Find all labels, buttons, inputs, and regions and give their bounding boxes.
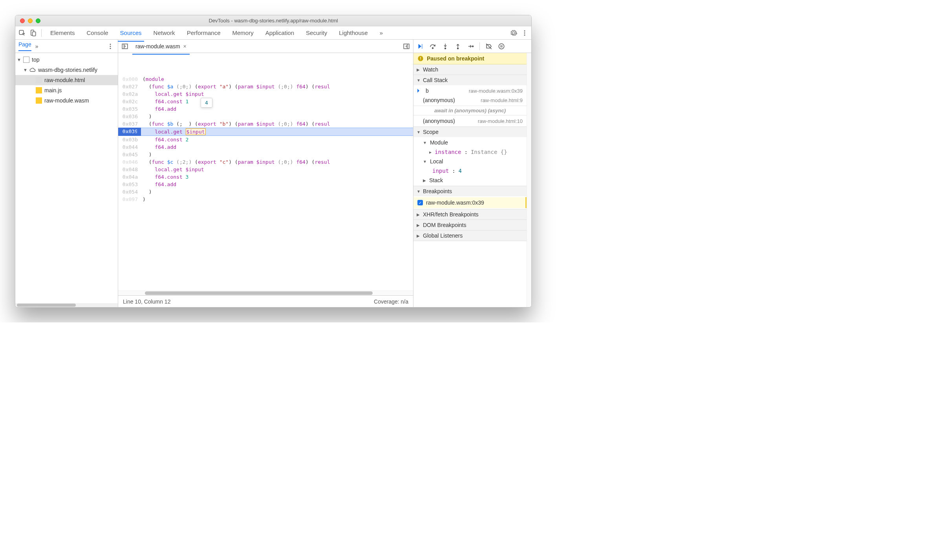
toggle-debugger-icon[interactable] bbox=[402, 42, 411, 51]
resume-icon[interactable] bbox=[416, 42, 424, 51]
tab-lighthouse[interactable]: Lighthouse bbox=[334, 27, 372, 38]
code-line[interactable]: 0x02c f64.const 1 bbox=[118, 98, 413, 105]
tree-file[interactable]: raw-module.html bbox=[15, 75, 118, 85]
navigator-pane: Page » ▼ top ▼ wasm-dbg-stories.netlify … bbox=[15, 40, 118, 307]
code-line[interactable]: 0x036 ) bbox=[118, 113, 413, 120]
pause-banner: Paused on breakpoint bbox=[413, 53, 527, 64]
tree-file[interactable]: main.js bbox=[15, 85, 118, 95]
code-line[interactable]: 0x02a local.get $input bbox=[118, 90, 413, 98]
svg-rect-11 bbox=[422, 44, 423, 49]
tab-application[interactable]: Application bbox=[261, 27, 299, 38]
code-line[interactable]: 0x027 (func $a (;0;) (export "a") (param… bbox=[118, 83, 413, 90]
dom-breakpoints-section[interactable]: ▶DOM Breakpoints bbox=[413, 220, 527, 231]
svg-point-7 bbox=[110, 46, 111, 47]
navigator-header: Page » bbox=[15, 40, 118, 53]
scope-module-prop[interactable]: ▶instance: Instance {} bbox=[413, 147, 527, 157]
code-line[interactable]: 0x044 f64.add bbox=[118, 143, 413, 151]
debugger-sections: Paused on breakpoint ▶Watch ▼Call Stack … bbox=[413, 53, 527, 307]
tab-console[interactable]: Console bbox=[82, 27, 113, 38]
close-window-button[interactable] bbox=[20, 18, 25, 23]
code-line[interactable]: 0x046 (func $c (;2;) (export "c") (param… bbox=[118, 158, 413, 166]
step-into-icon[interactable] bbox=[441, 42, 450, 51]
debugger-pane: Paused on breakpoint ▶Watch ▼Call Stack … bbox=[413, 40, 531, 307]
code-line[interactable]: 0x053 f64.add bbox=[118, 181, 413, 188]
step-over-icon[interactable] bbox=[428, 42, 437, 51]
tab-memory[interactable]: Memory bbox=[228, 27, 258, 38]
main-tabstrip: ElementsConsoleSourcesNetworkPerformance… bbox=[15, 26, 531, 40]
step-icon[interactable] bbox=[466, 42, 475, 51]
svg-rect-18 bbox=[502, 45, 503, 48]
svg-point-8 bbox=[110, 48, 111, 49]
scope-module[interactable]: ▼Module bbox=[413, 138, 527, 147]
code-line[interactable]: 0x037 (func $b (; ) (export "b") (param … bbox=[118, 120, 413, 128]
tabs-overflow[interactable]: » bbox=[375, 27, 388, 38]
navigator-hscroll[interactable] bbox=[15, 303, 118, 307]
inspect-element-icon[interactable] bbox=[18, 29, 26, 37]
svg-point-12 bbox=[432, 48, 434, 49]
navigator-tab-page[interactable]: Page bbox=[18, 41, 31, 51]
zoom-window-button[interactable] bbox=[36, 18, 40, 23]
callstack-frame[interactable]: braw-module.wasm:0x39 bbox=[413, 86, 527, 95]
kebab-menu-icon[interactable] bbox=[520, 29, 529, 37]
code-line[interactable]: 0x045 ) bbox=[118, 151, 413, 158]
tab-network[interactable]: Network bbox=[149, 27, 180, 38]
breakpoint-item[interactable]: ✓raw-module.wasm:0x39 bbox=[413, 197, 527, 208]
close-tab-icon[interactable]: × bbox=[183, 43, 187, 49]
window-title: DevTools - wasm-dbg-stories.netlify.app/… bbox=[15, 18, 531, 24]
scope-stack[interactable]: ▶Stack bbox=[413, 176, 527, 185]
coverage-status: Coverage: n/a bbox=[374, 298, 408, 305]
file-tab[interactable]: raw-module.wasm × bbox=[132, 41, 190, 51]
tree-top[interactable]: ▼ top bbox=[15, 55, 118, 65]
device-toolbar-icon[interactable] bbox=[29, 29, 37, 37]
step-out-icon[interactable] bbox=[454, 42, 462, 51]
callstack-frame[interactable]: (anonymous)raw-module.html:9 bbox=[413, 95, 527, 105]
scope-local[interactable]: ▼Local bbox=[413, 157, 527, 166]
svg-point-14 bbox=[457, 48, 459, 49]
code-editor[interactable]: 4 0x000(module0x027 (func $a (;0;) (expo… bbox=[118, 53, 413, 291]
watch-section[interactable]: ▶Watch bbox=[413, 64, 527, 75]
svg-point-4 bbox=[524, 32, 525, 33]
scope-local-prop[interactable]: input: 4 bbox=[413, 166, 527, 176]
file-icon bbox=[36, 87, 42, 93]
code-line[interactable]: 0x000(module bbox=[118, 75, 413, 83]
callstack-frame[interactable]: (anonymous)raw-module.html:10 bbox=[413, 116, 527, 126]
global-listeners-section[interactable]: ▶Global Listeners bbox=[413, 231, 527, 241]
navigator-more-icon[interactable] bbox=[106, 42, 115, 51]
code-line[interactable]: 0x03b f64.const 2 bbox=[118, 136, 413, 143]
svg-rect-17 bbox=[501, 45, 501, 48]
checkbox-icon[interactable]: ✓ bbox=[417, 200, 423, 205]
file-icon bbox=[36, 77, 42, 83]
tab-performance[interactable]: Performance bbox=[182, 27, 225, 38]
pause-exceptions-icon[interactable] bbox=[497, 42, 506, 51]
code-line[interactable]: 0x04a f64.const 3 bbox=[118, 173, 413, 181]
scope-section: ▼Scope ▼Module ▶instance: Instance {} ▼L… bbox=[413, 127, 527, 186]
deactivate-breakpoints-icon[interactable] bbox=[485, 42, 493, 51]
breakpoints-section: ▼Breakpoints ✓raw-module.wasm:0x39 bbox=[413, 186, 527, 209]
source-header: raw-module.wasm × bbox=[118, 40, 413, 53]
tree-file[interactable]: raw-module.wasm bbox=[15, 95, 118, 106]
code-line[interactable]: 0x097) bbox=[118, 196, 413, 203]
svg-point-16 bbox=[499, 44, 504, 49]
navigator-tab-overflow[interactable]: » bbox=[35, 43, 38, 49]
tab-elements[interactable]: Elements bbox=[46, 27, 80, 38]
minimize-window-button[interactable] bbox=[28, 18, 33, 23]
file-tab-label: raw-module.wasm bbox=[135, 43, 180, 49]
titlebar: DevTools - wasm-dbg-stories.netlify.app/… bbox=[15, 15, 531, 26]
file-tree[interactable]: ▼ top ▼ wasm-dbg-stories.netlify raw-mod… bbox=[15, 53, 118, 303]
svg-point-5 bbox=[524, 34, 525, 35]
debugger-vscroll[interactable] bbox=[527, 53, 531, 307]
tab-sources[interactable]: Sources bbox=[115, 27, 146, 38]
code-line[interactable]: 0x054 ) bbox=[118, 188, 413, 196]
code-line[interactable]: 0x048 local.get $input bbox=[118, 166, 413, 173]
code-line[interactable]: 0x035 f64.add bbox=[118, 105, 413, 113]
tree-origin[interactable]: ▼ wasm-dbg-stories.netlify bbox=[15, 65, 118, 75]
svg-rect-2 bbox=[33, 32, 36, 36]
settings-icon[interactable] bbox=[509, 29, 518, 37]
xhr-breakpoints-section[interactable]: ▶XHR/fetch Breakpoints bbox=[413, 209, 527, 220]
tab-security[interactable]: Security bbox=[301, 27, 332, 38]
toggle-navigator-icon[interactable] bbox=[121, 42, 129, 51]
source-pane: raw-module.wasm × 4 0x000(module0x027 (f… bbox=[118, 40, 413, 307]
code-line[interactable]: 0x039 local.get $input bbox=[118, 128, 413, 136]
devtools-window: DevTools - wasm-dbg-stories.netlify.app/… bbox=[15, 15, 532, 307]
editor-hscroll[interactable] bbox=[118, 291, 413, 295]
